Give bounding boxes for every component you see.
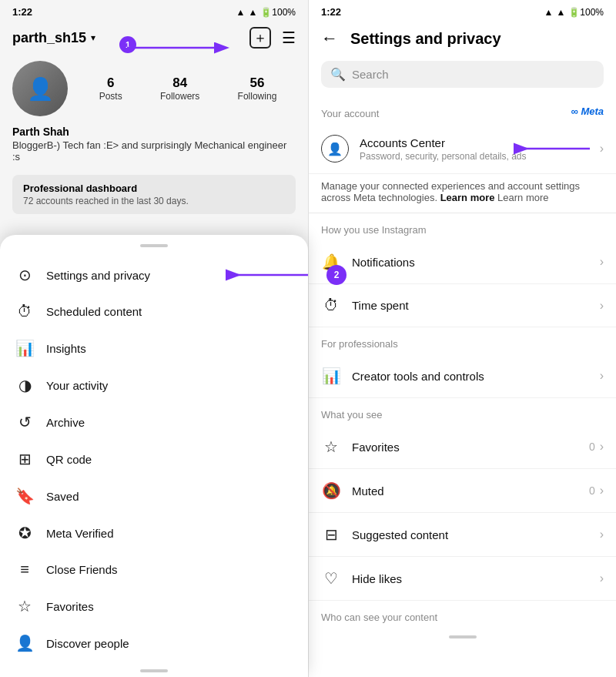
- accounts-center-description: Manage your connected experiences and ac…: [309, 174, 616, 213]
- time-spent-icon: ⏱: [321, 297, 341, 314]
- menu-item-qr[interactable]: ⊞ QR code: [0, 441, 308, 478]
- muted-item[interactable]: 🔕 Muted 0 ›: [309, 469, 616, 513]
- time-spent-item[interactable]: ⏱ Time spent ›: [309, 284, 616, 327]
- saved-label: Saved: [46, 490, 79, 503]
- search-bar[interactable]: 🔍 Search: [321, 61, 604, 88]
- for-professionals-label: For professionals: [309, 327, 616, 354]
- bio-name: Parth Shah: [12, 126, 296, 138]
- followers-label: Followers: [160, 91, 199, 102]
- posts-label: Posts: [99, 91, 122, 102]
- favorites-count: 0: [589, 441, 595, 453]
- avatar-image: 👤: [12, 61, 68, 116]
- page-title: Settings and privacy: [350, 30, 501, 48]
- menu-item-saved[interactable]: 🔖 Saved: [0, 478, 308, 514]
- settings-icon: ⊙: [15, 266, 34, 284]
- menu-item-discover[interactable]: 👤 Discover people: [0, 625, 308, 662]
- muted-icon: 🔕: [321, 481, 341, 500]
- right-status-bar: 1:22 ▲ ▲ 🔋100%: [309, 0, 616, 21]
- insights-label: Insights: [46, 342, 86, 355]
- accounts-center-arrow: [513, 136, 598, 161]
- menu-button[interactable]: ☰: [282, 28, 296, 47]
- right-time: 1:22: [321, 6, 341, 18]
- profile-bio: Parth Shah BloggerB-) Tech fan :E> and s…: [0, 126, 308, 169]
- what-you-see-label: What you see: [309, 398, 616, 425]
- activity-icon: ◑: [15, 376, 34, 394]
- activity-label: Your activity: [46, 379, 108, 392]
- muted-count: 0: [589, 484, 595, 497]
- right-header: ← Settings and privacy: [309, 21, 616, 58]
- battery-icon: 🔋100%: [260, 7, 296, 18]
- profile-name: parth_sh15: [12, 30, 86, 46]
- add-post-button[interactable]: ＋: [249, 27, 271, 49]
- following-label: Following: [238, 91, 277, 102]
- insights-icon: 📊: [15, 339, 34, 357]
- creator-tools-item[interactable]: 📊 Creator tools and controls ›: [309, 354, 616, 398]
- scheduled-icon: ⏱: [15, 303, 34, 320]
- back-button[interactable]: ←: [321, 28, 338, 49]
- discover-icon: 👤: [15, 634, 34, 652]
- menu-item-close-friends[interactable]: ≡ Close Friends: [0, 551, 308, 588]
- who-can-see-label: Who can see your content: [309, 601, 616, 628]
- qr-icon: ⊞: [15, 450, 34, 468]
- profile-info: 👤 6 Posts 84 Followers 56 Following: [0, 55, 308, 126]
- hide-likes-icon: ♡: [321, 569, 341, 588]
- left-status-icons: ▲ ▲ 🔋100%: [236, 7, 296, 18]
- favorites-item[interactable]: ☆ Favorites 0 ›: [309, 425, 616, 469]
- archive-label: Archive: [46, 416, 85, 429]
- right-bottom-handle: [449, 635, 477, 638]
- posts-stat: 6 Posts: [99, 75, 122, 102]
- menu-item-archive[interactable]: ↺ Archive: [0, 404, 308, 441]
- time-spent-label: Time spent: [352, 299, 600, 312]
- your-account-label: Your account: [309, 97, 391, 124]
- hide-likes-item[interactable]: ♡ Hide likes ›: [309, 557, 616, 601]
- notifications-item[interactable]: 🔔 Notifications ›: [309, 240, 616, 284]
- hide-likes-chevron: ›: [600, 571, 604, 585]
- muted-chevron: ›: [600, 484, 604, 498]
- learn-more-link[interactable]: Learn more: [440, 192, 495, 203]
- menu-item-scheduled[interactable]: ⏱ Scheduled content: [0, 293, 308, 330]
- favorites-icon: ☆: [321, 437, 341, 456]
- profile-header: parth_sh15 ▾ ＋ ☰: [0, 21, 308, 55]
- profile-header-icons: ＋ ☰: [249, 27, 296, 49]
- favorites-label: Favorites: [352, 441, 589, 454]
- close-friends-icon: ≡: [15, 561, 34, 578]
- menu-item-activity[interactable]: ◑ Your activity: [0, 367, 308, 404]
- right-signal-icon: ▲: [544, 7, 554, 18]
- suggested-content-chevron: ›: [600, 528, 604, 541]
- your-account-header: Your account ∞ Meta: [309, 97, 616, 124]
- prof-sub: 72 accounts reached in the last 30 days.: [23, 196, 285, 206]
- suggested-content-item[interactable]: ⊟ Suggested content ›: [309, 513, 616, 557]
- learn-more-text[interactable]: Learn more: [497, 192, 548, 203]
- suggested-content-icon: ⊟: [321, 525, 341, 544]
- arrow-2: [223, 261, 316, 289]
- posts-count: 6: [99, 75, 122, 91]
- creator-tools-icon: 📊: [321, 367, 341, 385]
- stats-row: 6 Posts 84 Followers 56 Following: [80, 75, 296, 102]
- notification-badge: 1: [119, 36, 136, 53]
- menu-item-meta-verified[interactable]: ✪ Meta Verified: [0, 514, 308, 551]
- search-placeholder: Search: [352, 68, 389, 81]
- time-spent-chevron: ›: [600, 299, 604, 313]
- professional-dashboard[interactable]: Professional dashboard 72 accounts reach…: [12, 175, 296, 214]
- sheet-handle: [140, 244, 168, 247]
- bottom-sheet: ⊙ Settings and privacy 2 ⏱ Scheduled con…: [0, 235, 308, 677]
- dropdown-arrow-icon[interactable]: ▾: [91, 32, 95, 43]
- followers-count: 84: [160, 75, 199, 91]
- settings-label: Settings and privacy: [46, 269, 150, 282]
- badge-2: 2: [326, 265, 346, 285]
- wifi-icon: ▲: [248, 7, 257, 18]
- archive-icon: ↺: [15, 413, 34, 431]
- close-friends-label: Close Friends: [46, 563, 118, 576]
- bio-text: BloggerB-) Tech fan :E> and surprisingly…: [12, 139, 296, 163]
- prof-title: Professional dashboard: [23, 183, 285, 194]
- avatar: 👤: [12, 61, 68, 116]
- menu-item-insights[interactable]: 📊 Insights: [0, 330, 308, 367]
- menu-item-favorites[interactable]: ☆ Favorites: [0, 588, 308, 625]
- menu-item-settings[interactable]: ⊙ Settings and privacy 2: [0, 256, 308, 293]
- followers-stat: 84 Followers: [160, 75, 199, 102]
- meta-logo: ∞ Meta: [571, 106, 604, 117]
- right-panel: 1:22 ▲ ▲ 🔋100% ← Settings and privacy 🔍 …: [308, 0, 616, 677]
- how-you-use-label: How you use Instagram: [309, 213, 616, 240]
- accounts-center-item[interactable]: 👤 Accounts Center Password, security, pe…: [309, 124, 616, 174]
- notifications-chevron: ›: [600, 255, 604, 269]
